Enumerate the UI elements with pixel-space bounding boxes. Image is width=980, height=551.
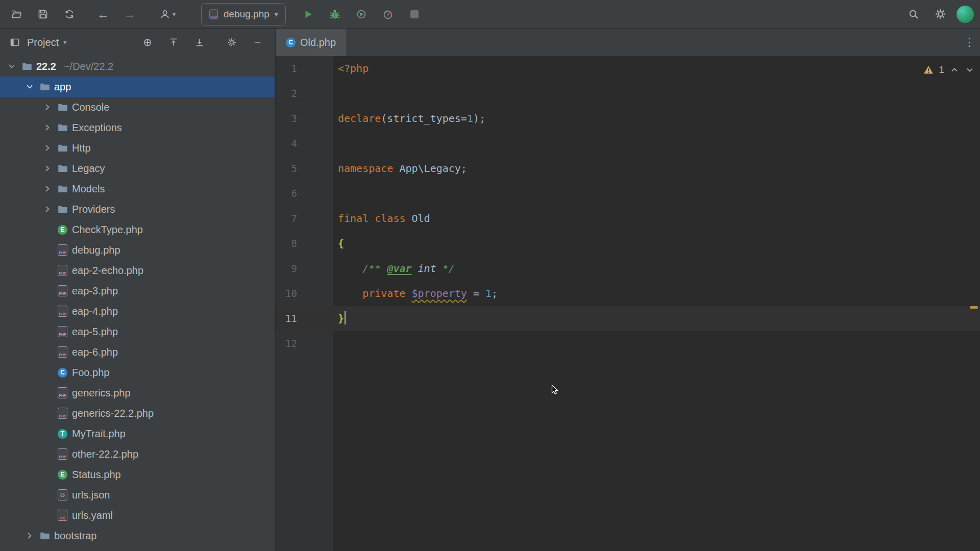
tree-file-eap-4-php[interactable]: PHPeap-4.php (0, 301, 275, 321)
code-line-10[interactable]: 10 private $property = 1; (276, 281, 980, 306)
tree-label: eap-5.php (72, 326, 118, 338)
tree-file-generics-22-2-php[interactable]: PHPgenerics-22.2.php (0, 403, 275, 423)
run-with-coverage-icon[interactable] (351, 4, 372, 24)
collapse-all-icon[interactable] (192, 35, 207, 50)
code-line-11[interactable]: 11} (276, 306, 980, 331)
code-area: 1<?php23declare(strict_types=1);45namesp… (276, 56, 980, 356)
tree-file-eap-6-php[interactable]: PHPeap-6.php (0, 342, 275, 362)
tab-old-php[interactable]: C Old.php (276, 29, 346, 56)
folder-icon (39, 81, 51, 93)
tree-folder-bootstrap[interactable]: bootstrap (0, 525, 275, 546)
back-icon[interactable]: ← (93, 4, 113, 24)
line-number[interactable]: 10 (276, 281, 333, 306)
debug-icon[interactable] (325, 4, 345, 24)
chevron-right-icon[interactable] (42, 204, 53, 215)
tree-file-generics-php[interactable]: PHPgenerics.php (0, 383, 275, 403)
project-panel-title[interactable]: Project (27, 37, 59, 48)
chevron-down-icon: ▾ (275, 10, 278, 18)
chevron-down-icon[interactable] (24, 81, 35, 92)
tree-file-debug-php[interactable]: PHPdebug.php (0, 240, 275, 260)
code-line-2[interactable]: 2 (276, 81, 980, 106)
stop-icon[interactable] (404, 4, 425, 24)
chevron-right-icon[interactable] (42, 122, 53, 133)
chevron-right-icon[interactable] (42, 183, 53, 194)
inspection-widget[interactable]: 1 (923, 64, 975, 76)
code-editor[interactable]: 1<?php23declare(strict_types=1);45namesp… (276, 56, 980, 551)
line-number[interactable]: 4 (276, 131, 333, 156)
line-number[interactable]: 3 (276, 106, 333, 131)
profile-user-icon[interactable]: ▾ (153, 4, 182, 24)
line-number[interactable]: 6 (276, 181, 333, 206)
expand-all-icon[interactable] (166, 35, 181, 50)
open-project-icon[interactable] (6, 4, 27, 24)
code-line-6[interactable]: 6 (276, 181, 980, 206)
tree-file-eap-3-php[interactable]: PHPeap-3.php (0, 281, 275, 301)
tree-folder-exceptions[interactable]: Exceptions (0, 117, 275, 138)
php-icon: PHP (57, 244, 68, 256)
tree-path-hint: ~/Dev/22.2 (64, 61, 113, 72)
project-panel-header: Project ▾ ⊕ − (0, 29, 275, 56)
tree-file-checktype-php[interactable]: ECheckType.php (0, 219, 275, 240)
code-line-3[interactable]: 3declare(strict_types=1); (276, 106, 980, 131)
line-number[interactable]: 1 (276, 56, 333, 81)
tree-folder-http[interactable]: Http (0, 138, 275, 158)
chevron-right-icon[interactable] (24, 530, 35, 541)
chevron-right-icon[interactable] (42, 163, 53, 174)
tree-label: MyTrait.php (72, 428, 126, 440)
synchronize-icon[interactable] (59, 4, 80, 24)
warning-stripe-mark[interactable] (970, 306, 978, 309)
tab-options-kebab-icon[interactable]: ⋮ (964, 29, 975, 56)
profiler-icon[interactable] (378, 4, 398, 24)
tree-file-urls-yaml[interactable]: YMLurls.yaml (0, 505, 275, 525)
tree-file-urls-json[interactable]: {}urls.json (0, 485, 275, 505)
code-line-1[interactable]: 1<?php (276, 56, 980, 81)
chevron-spacer (42, 244, 53, 256)
tree-file-foo-php[interactable]: CFoo.php (0, 362, 275, 383)
tree-folder-models[interactable]: Models (0, 179, 275, 199)
tree-file-status-php[interactable]: EStatus.php (0, 464, 275, 485)
line-number[interactable]: 11 (276, 306, 333, 331)
chevron-right-icon[interactable] (42, 142, 53, 154)
settings-icon[interactable] (930, 4, 950, 24)
code-line-4[interactable]: 4 (276, 131, 980, 156)
line-number[interactable]: 7 (276, 206, 333, 231)
folder-icon (57, 102, 68, 113)
tree-folder-22-2[interactable]: 22.2~/Dev/22.2 (0, 56, 275, 77)
tree-folder-app[interactable]: app (0, 77, 275, 97)
folder-icon (57, 183, 68, 195)
line-number[interactable]: 12 (276, 331, 333, 356)
chevron-right-icon[interactable] (42, 102, 53, 113)
line-number[interactable]: 5 (276, 156, 333, 181)
line-number[interactable]: 9 (276, 256, 333, 281)
line-number[interactable]: 8 (276, 231, 333, 256)
code-line-8[interactable]: 8{ (276, 231, 980, 256)
code-line-5[interactable]: 5namespace App\Legacy; (276, 156, 980, 181)
php-icon: PHP (57, 408, 68, 419)
tree-file-mytrait-php[interactable]: TMyTrait.php (0, 423, 275, 444)
avatar[interactable] (957, 6, 974, 23)
run-configuration-select[interactable]: PHP debug.php ▾ (201, 3, 286, 26)
panel-settings-icon[interactable] (224, 35, 239, 50)
project-toolwindow-icon[interactable] (7, 35, 22, 50)
code-line-9[interactable]: 9 /** @var int */ (276, 256, 980, 281)
hide-panel-icon[interactable]: − (250, 35, 265, 50)
line-number[interactable]: 2 (276, 81, 333, 106)
forward-icon[interactable]: → (119, 4, 140, 24)
previous-issue-icon[interactable] (949, 65, 960, 75)
chevron-down-icon[interactable]: ▾ (63, 39, 66, 46)
chevron-down-icon[interactable] (6, 61, 17, 72)
next-issue-icon[interactable] (965, 65, 975, 75)
search-everywhere-icon[interactable] (903, 4, 924, 24)
tree-folder-legacy[interactable]: Legacy (0, 158, 275, 179)
tree-folder-providers[interactable]: Providers (0, 199, 275, 219)
code-line-7[interactable]: 7final class Old (276, 206, 980, 231)
locate-file-icon[interactable]: ⊕ (140, 35, 155, 50)
tree-file-eap-5-php[interactable]: PHPeap-5.php (0, 321, 275, 342)
run-icon[interactable] (298, 4, 318, 24)
tree-folder-console[interactable]: Console (0, 97, 275, 117)
tree-file-eap-2-echo-php[interactable]: PHPeap-2-echo.php (0, 260, 275, 281)
save-all-icon[interactable] (33, 4, 53, 24)
tree-file-other-22-2-php[interactable]: PHPother-22.2.php (0, 444, 275, 464)
code-line-12[interactable]: 12 (276, 331, 980, 356)
code-text (333, 81, 338, 106)
